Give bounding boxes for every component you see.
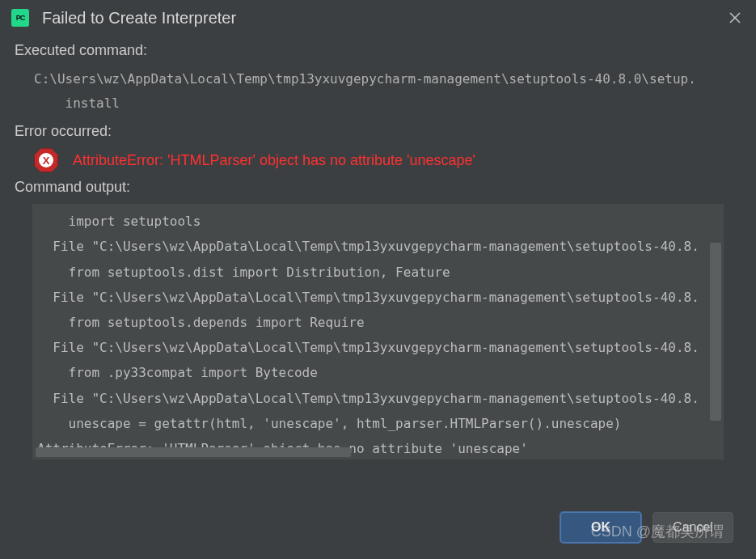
executed-command-label: Executed command: [0, 39, 756, 64]
error-row: X AttributeError: 'HTMLParser' object ha… [0, 145, 756, 176]
horizontal-scrollbar-thumb[interactable] [36, 447, 351, 457]
command-output-label: Command output: [0, 176, 756, 201]
close-button[interactable] [724, 6, 746, 29]
error-occurred-label: Error occurred: [0, 120, 756, 145]
vertical-scrollbar[interactable] [710, 243, 721, 421]
titlebar: Failed to Create Interpreter [0, 0, 756, 39]
close-icon [729, 12, 741, 23]
ok-button[interactable]: OK [560, 512, 641, 543]
command-output-panel: import setuptools File "C:\Users\wz\AppD… [32, 204, 724, 459]
command-output-text[interactable]: import setuptools File "C:\Users\wz\AppD… [32, 204, 724, 459]
error-message: AttributeError: 'HTMLParser' object has … [73, 152, 475, 169]
cancel-button[interactable]: Cancel [653, 512, 733, 543]
error-icon: X [34, 148, 58, 172]
executed-command-text: C:\Users\wz\AppData\Local\Temp\tmp13yxuv… [0, 64, 756, 120]
pycharm-icon [11, 9, 29, 27]
dialog-title: Failed to Create Interpreter [42, 9, 236, 28]
dialog-button-row: OK Cancel [560, 512, 733, 543]
error-dialog: Failed to Create Interpreter Executed co… [0, 0, 756, 559]
horizontal-scrollbar-track[interactable] [36, 447, 707, 457]
